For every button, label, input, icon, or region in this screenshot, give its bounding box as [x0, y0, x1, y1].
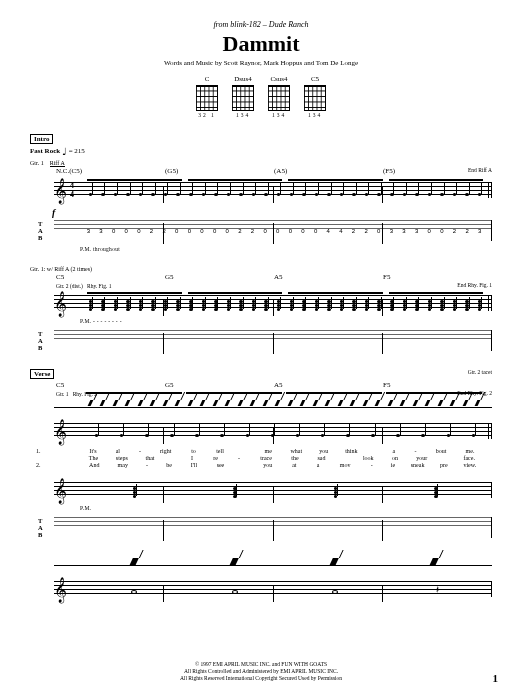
notes	[84, 177, 486, 205]
chord-symbol: G5	[165, 273, 274, 281]
gtr2-tacet: Gtr. 2 tacet	[468, 369, 492, 375]
chord-symbol: (G5)	[165, 167, 274, 175]
tab-label: TAB	[38, 220, 43, 241]
vocal-staff: 𝄞	[34, 418, 492, 446]
notes	[84, 477, 486, 505]
chord-symbol: F5	[383, 381, 492, 389]
page-number: 1	[493, 672, 499, 684]
chord-symbol: C5	[56, 273, 165, 281]
end-riff-annotation: End Riff A	[468, 167, 492, 173]
guitar-1-label: Gtr. 1 Riff A	[30, 160, 492, 166]
chord-diagram-csus4: Csus4 134	[268, 75, 290, 118]
rhythm-slash-staff	[34, 398, 492, 416]
lyrics-line-1: 1. It'sal-right totellme whatyouthink a-…	[80, 448, 484, 454]
guitar-staff: 𝄞	[34, 477, 492, 505]
chord-symbol: (A5)	[274, 167, 383, 175]
tempo-marking: Fast Rock ♩ = 215	[30, 146, 492, 157]
chord-symbol: A5	[274, 273, 383, 281]
chord-symbols-row: C5 G5 A5 F5	[56, 381, 492, 389]
tablature-staff: TAB	[34, 514, 492, 542]
chord-frets: 134	[268, 112, 290, 118]
tablature-staff: TAB	[34, 327, 492, 355]
chord-frets: 134	[232, 112, 254, 118]
fretboard-icon	[196, 85, 218, 111]
tab-lines	[54, 330, 492, 351]
credits: Words and Music by Scott Raynor, Mark Ho…	[30, 59, 492, 67]
chord-symbol: A5	[274, 381, 383, 389]
chord-symbol: N.C.(C5)	[56, 167, 165, 175]
whole-notes: 𝄽	[84, 576, 486, 604]
notes	[84, 418, 486, 446]
verse-number: 1.	[36, 448, 41, 454]
chord-name: Csus4	[268, 75, 290, 83]
tab-label: TAB	[38, 330, 43, 351]
fretboard-icon	[268, 85, 290, 111]
vocal-staff-continuation: 𝄞 𝄽	[34, 576, 492, 604]
chord-diagrams-row: C 32 1 Dsus4 134 Csus4 134 C5 134	[30, 75, 492, 118]
tab-label: TAB	[38, 517, 43, 538]
chord-name: Dsus4	[232, 75, 254, 83]
tab-lines	[54, 517, 492, 538]
intro-system-2: Gtr. 1: w/ Riff A (2 times) C5 G5 A5 F5 …	[30, 266, 492, 355]
lyrics-line-2: Thestepsthat Ire-trace thesadlook onyour…	[80, 455, 484, 461]
notation-staff: 𝄞	[34, 290, 492, 318]
riff-a-label: Riff A	[50, 160, 65, 167]
slash-notation	[84, 400, 484, 406]
pm-annotation: P.M.	[80, 505, 492, 511]
rhy-fig-label: Gtr. 2 (dist.) Rhy. Fig. 1	[56, 283, 492, 289]
fretboard-icon	[304, 85, 326, 111]
source-line: from blink-182 – Dude Ranch	[30, 20, 492, 29]
intro-label: Intro	[30, 134, 53, 144]
notes	[84, 290, 486, 318]
chord-symbols-row: N.C.(C5) (G5) (A5) (F5)	[56, 167, 492, 175]
end-rhy-fig: End Rhy. Fig. 1	[457, 282, 492, 288]
notation-staff: 𝄞 4 4	[34, 177, 492, 205]
treble-clef-icon: 𝄞	[54, 290, 67, 318]
sheet-music-page: from blink-182 – Dude Ranch Dammit Words…	[0, 0, 522, 696]
chord-diagram-c: C 32 1	[196, 75, 218, 118]
chord-symbol: G5	[165, 381, 274, 389]
time-signature: 4 4	[70, 181, 74, 199]
treble-clef-icon: 𝄞	[54, 576, 67, 604]
pm-dashes: P.M. - - - - - - - -	[80, 318, 492, 324]
pm-annotation: P.M. throughout	[80, 246, 492, 252]
tempo-bpm: 215	[74, 147, 85, 155]
tab-numbers: 33000220 00002200 00044220 33300223	[82, 217, 486, 245]
verse-label: Verse	[30, 369, 54, 379]
treble-clef-icon: 𝄞	[54, 177, 67, 205]
quarter-note-icon: ♩	[62, 146, 67, 157]
treble-clef-icon: 𝄞	[54, 418, 67, 446]
chord-diagram-c5: C5 134	[304, 75, 326, 118]
intro-section: Intro Fast Rock ♩ = 215 Gtr. 1 Riff A N.…	[30, 134, 492, 252]
rhythm-slash-staff	[34, 556, 492, 574]
gtr1-riff-note: Gtr. 1: w/ Riff A (2 times)	[30, 266, 492, 272]
copyright-line: All Rights Controlled and Administered b…	[0, 668, 522, 675]
chord-frets: 134	[304, 112, 326, 118]
tablature-staff: TAB 33000220 00002200 00044220 33300223	[34, 217, 492, 245]
tempo-style: Fast Rock	[30, 147, 60, 155]
chord-diagram-dsus4: Dsus4 134	[232, 75, 254, 118]
treble-clef-icon: 𝄞	[54, 477, 67, 505]
copyright-line: All Rights Reserved International Copyri…	[0, 675, 522, 682]
chord-symbols-row: C5 G5 A5 F5	[56, 273, 492, 281]
chord-name: C5	[304, 75, 326, 83]
copyright-line: © 1997 EMI APRIL MUSIC INC. and FUN WITH…	[0, 661, 522, 668]
continuation-system: 𝄞 𝄽	[30, 556, 492, 604]
fretboard-icon	[232, 85, 254, 111]
chord-symbol: C5	[56, 381, 165, 389]
verse-number: 2.	[36, 462, 41, 468]
chord-symbol: F5	[383, 273, 492, 281]
chord-frets: 32 1	[196, 112, 218, 118]
chord-name: C	[196, 75, 218, 83]
song-title: Dammit	[30, 31, 492, 57]
lyrics-line-3: 2. Andmay-be I'llseeyou atamov- iesneakp…	[80, 462, 484, 468]
copyright-footer: © 1997 EMI APRIL MUSIC INC. and FUN WITH…	[0, 661, 522, 682]
verse-section: Verse Gtr. 2 tacet C5 G5 A5 F5 Gtr. 1 Rh…	[30, 369, 492, 542]
